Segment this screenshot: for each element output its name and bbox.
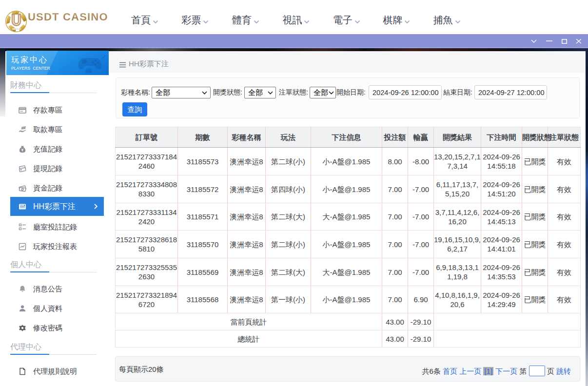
svg-text:casino: casino xyxy=(12,27,21,30)
